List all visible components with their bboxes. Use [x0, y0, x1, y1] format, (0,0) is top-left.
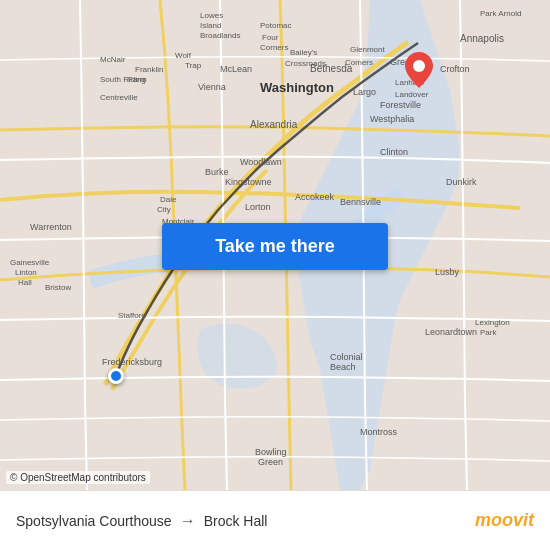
- svg-text:South Riding: South Riding: [100, 75, 146, 84]
- svg-text:Park Arnold: Park Arnold: [480, 9, 521, 18]
- origin-dot: [108, 368, 124, 384]
- svg-text:Corners: Corners: [260, 43, 288, 52]
- svg-text:Centreville: Centreville: [100, 93, 138, 102]
- svg-text:Accokeek: Accokeek: [295, 192, 335, 202]
- svg-text:Comers: Comers: [345, 58, 373, 67]
- svg-text:Clinton: Clinton: [380, 147, 408, 157]
- svg-text:Park: Park: [480, 328, 497, 337]
- svg-text:Trap: Trap: [185, 61, 202, 70]
- svg-text:Wolf: Wolf: [175, 51, 192, 60]
- destination-pin: [405, 52, 433, 88]
- svg-text:City: City: [157, 205, 171, 214]
- footer: Spotsylvania Courthouse → Brock Hall moo…: [0, 490, 550, 550]
- svg-text:Crossroads: Crossroads: [285, 59, 326, 68]
- svg-text:Stafford: Stafford: [118, 311, 146, 320]
- svg-text:Burke: Burke: [205, 167, 229, 177]
- svg-text:Crofton: Crofton: [440, 64, 470, 74]
- svg-text:Lusby: Lusby: [435, 267, 460, 277]
- svg-text:Woodlawn: Woodlawn: [240, 157, 282, 167]
- svg-text:Washington: Washington: [260, 80, 334, 95]
- svg-text:Annapolis: Annapolis: [460, 33, 504, 44]
- moovit-brand-text: moovit: [475, 510, 534, 531]
- svg-text:Gainesville: Gainesville: [10, 258, 50, 267]
- svg-text:Dunkirk: Dunkirk: [446, 177, 477, 187]
- svg-text:Lowes: Lowes: [200, 11, 223, 20]
- svg-text:Lorton: Lorton: [245, 202, 271, 212]
- svg-text:Kingstowne: Kingstowne: [225, 177, 272, 187]
- svg-text:Potomac: Potomac: [260, 21, 292, 30]
- svg-text:Warrenton: Warrenton: [30, 222, 72, 232]
- svg-text:McNair: McNair: [100, 55, 126, 64]
- svg-text:Largo: Largo: [353, 87, 376, 97]
- svg-text:Fredericksburg: Fredericksburg: [102, 357, 162, 367]
- svg-text:Glenmont: Glenmont: [350, 45, 385, 54]
- take-me-there-button[interactable]: Take me there: [162, 223, 388, 270]
- svg-text:Leonardtown: Leonardtown: [425, 327, 477, 337]
- svg-text:Dale: Dale: [160, 195, 177, 204]
- svg-text:Franklin: Franklin: [135, 65, 163, 74]
- svg-text:Hall: Hall: [18, 278, 32, 287]
- svg-text:Westphalia: Westphalia: [370, 114, 414, 124]
- map-attribution: © OpenStreetMap contributors: [6, 471, 150, 484]
- svg-text:Green: Green: [258, 457, 283, 467]
- svg-text:Alexandria: Alexandria: [250, 119, 298, 130]
- route-info: Spotsylvania Courthouse → Brock Hall: [16, 512, 267, 530]
- destination-label: Brock Hall: [204, 513, 268, 529]
- svg-text:McLean: McLean: [220, 64, 252, 74]
- svg-text:Colonial: Colonial: [330, 352, 363, 362]
- svg-text:Island: Island: [200, 21, 221, 30]
- svg-text:Forestville: Forestville: [380, 100, 421, 110]
- arrow-icon: →: [180, 512, 196, 530]
- svg-text:Bailey's: Bailey's: [290, 48, 317, 57]
- moovit-logo: moovit: [475, 510, 534, 531]
- map-container: Washington Bethesda Greenbelt Crofton An…: [0, 0, 550, 490]
- svg-text:Beach: Beach: [330, 362, 356, 372]
- svg-point-60: [413, 60, 425, 72]
- svg-text:Bowling: Bowling: [255, 447, 287, 457]
- svg-text:Vienna: Vienna: [198, 82, 226, 92]
- svg-text:Lexington: Lexington: [475, 318, 510, 327]
- svg-text:Four: Four: [262, 33, 279, 42]
- svg-text:Broadlands: Broadlands: [200, 31, 240, 40]
- origin-label: Spotsylvania Courthouse: [16, 513, 172, 529]
- svg-text:Montross: Montross: [360, 427, 398, 437]
- svg-text:Bennsville: Bennsville: [340, 197, 381, 207]
- svg-text:Bristow: Bristow: [45, 283, 71, 292]
- svg-text:Landover: Landover: [395, 90, 429, 99]
- svg-text:Linton: Linton: [15, 268, 37, 277]
